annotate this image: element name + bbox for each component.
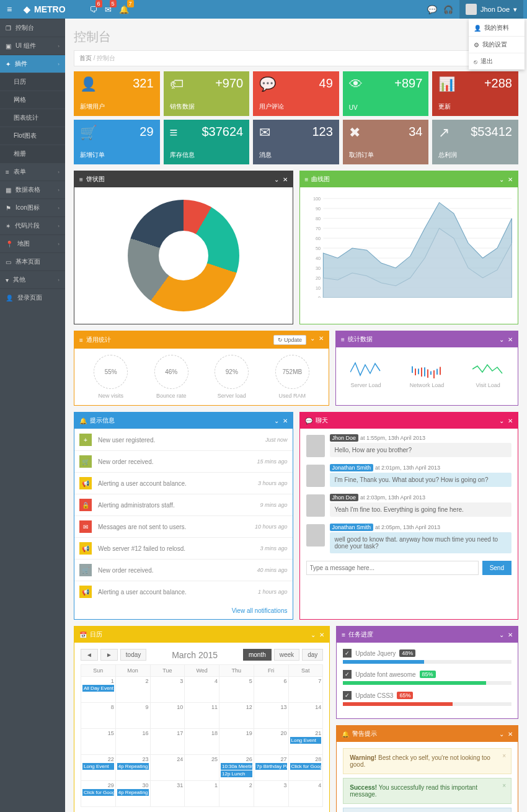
close-icon[interactable]: ✕	[283, 176, 288, 183]
chevron-down-icon[interactable]: ⌄	[310, 335, 315, 345]
cal-cell[interactable]: 1	[185, 781, 219, 807]
task-check[interactable]: ✓	[343, 649, 352, 658]
stat-tile[interactable]: 🛒29新增订单	[74, 120, 160, 164]
cal-cell[interactable]: 2	[115, 677, 150, 703]
sidebar-subitem[interactable]: Flot图表	[0, 127, 65, 145]
stat-tile[interactable]: ↗$53412总利润	[432, 120, 518, 164]
sidebar-item[interactable]: ≡表单›	[0, 163, 65, 181]
chat-icon[interactable]: 💬	[427, 5, 437, 14]
cal-cell[interactable]: 16	[115, 729, 150, 755]
chevron-down-icon[interactable]: ⌄	[274, 417, 279, 424]
update-button[interactable]: ↻ Update	[273, 335, 307, 345]
cal-cell[interactable]: 8	[81, 703, 116, 729]
sidebar-item[interactable]: ❐控制台	[0, 19, 65, 37]
cal-cell[interactable]: 6	[254, 677, 288, 703]
cal-cell[interactable]: 9	[115, 703, 150, 729]
notification-item[interactable]: 🔒Alerting administrators staff.9 mins ag…	[74, 494, 293, 515]
cal-prev[interactable]: ◄	[81, 649, 98, 661]
close-icon[interactable]: ×	[502, 782, 506, 789]
cal-cell[interactable]: 19	[219, 729, 254, 755]
stat-tile[interactable]: 📊+288更新	[432, 71, 518, 116]
view-all-link[interactable]: View all notifications	[232, 607, 288, 614]
cal-cell[interactable]: 234p Repeating Event	[115, 755, 150, 781]
sidebar-subitem[interactable]: 网格	[0, 91, 65, 109]
cal-cell[interactable]: 15	[81, 729, 116, 755]
sidebar-subitem[interactable]: 相册	[0, 145, 65, 163]
notification-item[interactable]: 📢Web server #12 failed to relosd.3 mins …	[74, 537, 293, 559]
chevron-down-icon[interactable]: ⌄	[499, 417, 504, 424]
task-check[interactable]: ✓	[343, 670, 352, 679]
send-button[interactable]: Send	[482, 561, 512, 575]
cal-cell[interactable]: 10	[150, 703, 185, 729]
close-icon[interactable]: ✕	[508, 631, 513, 638]
close-icon[interactable]: ✕	[319, 335, 324, 345]
cal-cell[interactable]: 3	[150, 677, 185, 703]
cal-cell[interactable]: 22Long Event	[81, 755, 116, 781]
notification-item[interactable]: 📢Alerting a user account balance.1 hours…	[74, 581, 293, 602]
close-icon[interactable]: ✕	[508, 336, 513, 343]
sidebar-item[interactable]: ▦数据表格›	[0, 181, 65, 199]
notification-item[interactable]: 📢Alerting a user account balance.3 hours…	[74, 472, 293, 494]
menu-logout[interactable]: ⎋退出	[469, 53, 525, 69]
stat-tile[interactable]: ≡$37624库存信息	[164, 120, 250, 164]
sidebar-item[interactable]: ▣UI 组件›	[0, 37, 65, 55]
notification-item[interactable]: 🛒New order received.15 mins ago	[74, 450, 293, 472]
cal-cell[interactable]: 4	[185, 677, 219, 703]
messages-icon[interactable]: 🗨6	[89, 5, 97, 14]
cal-cell[interactable]: 28Click for Google	[288, 755, 323, 781]
cal-cell[interactable]: 12	[219, 703, 254, 729]
sidebar-item[interactable]: ✦插件›	[0, 55, 65, 73]
cal-cell[interactable]: 25	[185, 755, 219, 781]
cal-cell[interactable]: 3	[254, 781, 288, 807]
chat-input[interactable]	[306, 561, 479, 575]
cal-cell[interactable]: 24	[150, 755, 185, 781]
cal-cell[interactable]: 11	[185, 703, 219, 729]
menu-toggle[interactable]: ≡	[0, 4, 19, 14]
cal-cell[interactable]: 2610:30a Meeting12p Lunch	[219, 755, 254, 781]
stat-tile[interactable]: 👤321新增用户	[74, 71, 160, 116]
sidebar-item[interactable]: 👤登录页面	[0, 288, 65, 306]
chevron-down-icon[interactable]: ⌄	[274, 176, 279, 183]
cal-next[interactable]: ►	[100, 649, 118, 661]
close-icon[interactable]: ✕	[319, 631, 324, 638]
headphone-icon[interactable]: 🎧	[443, 5, 453, 14]
stat-tile[interactable]: ✖34取消订单	[343, 120, 429, 164]
chevron-down-icon[interactable]: ⌄	[499, 336, 504, 343]
sidebar-subitem[interactable]: 图表统计	[0, 109, 65, 127]
chevron-down-icon[interactable]: ⌄	[499, 176, 504, 183]
close-icon[interactable]: ✕	[283, 417, 288, 424]
cal-cell[interactable]: 304p Repeating Event	[115, 781, 150, 807]
stat-tile[interactable]: 🏷+970销售数据	[164, 71, 250, 116]
cal-cell[interactable]: 31	[150, 781, 185, 807]
sidebar-item[interactable]: ▭基本页面	[0, 252, 65, 270]
cal-cell[interactable]: 13	[254, 703, 288, 729]
notification-item[interactable]: 🛒New order received.40 mins ago	[74, 559, 293, 581]
task-check[interactable]: ✓	[343, 691, 352, 700]
cal-cell[interactable]: 14	[288, 703, 323, 729]
menu-settings[interactable]: ⚙我的设置	[469, 36, 525, 53]
menu-profile[interactable]: 👤我的资料	[469, 20, 525, 36]
cal-cell[interactable]: 2	[219, 781, 254, 807]
chevron-down-icon[interactable]: ⌄	[311, 631, 316, 638]
cal-cell[interactable]: 7	[288, 677, 323, 703]
cal-cell[interactable]: 17	[150, 729, 185, 755]
sidebar-item[interactable]: 📍地图›	[0, 234, 65, 252]
cal-cell[interactable]: 29Click for Google	[81, 781, 116, 807]
sidebar-item[interactable]: ⚑Icon图标›	[0, 199, 65, 216]
stat-tile[interactable]: ✉123消息	[253, 120, 339, 164]
cal-cell[interactable]: 18	[185, 729, 219, 755]
cal-today[interactable]: today	[120, 649, 146, 661]
cal-view-month[interactable]: month	[243, 649, 272, 661]
close-icon[interactable]: ✕	[508, 731, 513, 738]
user-menu-button[interactable]: Jhon Doe ▾	[459, 0, 523, 19]
cal-cell[interactable]: 20	[254, 729, 288, 755]
chevron-down-icon[interactable]: ⌄	[499, 631, 504, 638]
cal-view-day[interactable]: day	[302, 649, 323, 661]
stat-tile[interactable]: 👁+897UV	[343, 71, 429, 116]
cal-cell[interactable]: 21Long Event	[288, 729, 323, 755]
close-icon[interactable]: ✕	[508, 417, 513, 424]
notification-item[interactable]: +New user registered.Just now	[74, 429, 293, 450]
cal-cell[interactable]: 277p Birthday Party	[254, 755, 288, 781]
cal-cell[interactable]: 1All Day Event	[81, 677, 116, 703]
stat-tile[interactable]: 💬49用户评论	[253, 71, 339, 116]
